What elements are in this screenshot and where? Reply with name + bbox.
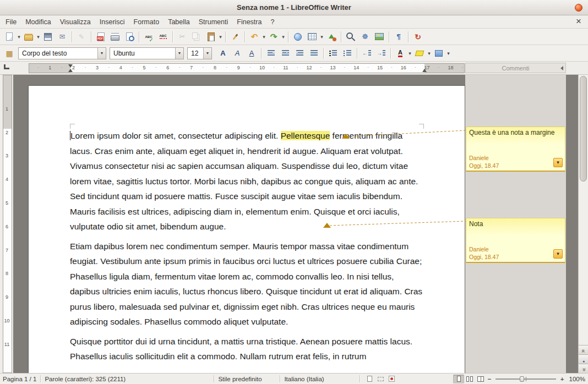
menu-tabella[interactable]: Tabella	[164, 18, 194, 26]
comment-highlight[interactable]: Pellentesque	[281, 131, 330, 140]
align-left-button[interactable]	[264, 47, 277, 60]
show-draw-functions-button[interactable]	[325, 30, 338, 43]
horizontal-ruler[interactable]: 123456789101112131415161718·············…	[29, 63, 465, 73]
ruler-tick: ·	[390, 64, 393, 70]
paragraph-style-dropdown-icon[interactable]	[97, 48, 106, 59]
menu-finestra[interactable]: Finestra	[232, 18, 266, 26]
comment-text[interactable]: Nota	[469, 220, 562, 228]
clone-formatting-button[interactable]	[228, 30, 242, 43]
comment-menu-button[interactable]	[553, 249, 563, 259]
undo-button[interactable]	[248, 30, 261, 43]
next-page-button[interactable]	[579, 364, 588, 373]
redo-dropdown-icon[interactable]	[281, 30, 286, 43]
email-document-button[interactable]	[56, 30, 69, 43]
menu-modifica[interactable]: Modifica	[21, 18, 56, 26]
text-body[interactable]: Lorem ipsum dolor sit amet, consectetur …	[29, 86, 465, 364]
font-color-dropdown-icon[interactable]	[407, 47, 412, 60]
window-control-button[interactable]	[575, 4, 582, 12]
view-multi-page-button[interactable]	[464, 375, 475, 383]
page-indicator[interactable]: Pagina 1 / 1	[3, 376, 36, 382]
print-preview-button[interactable]	[123, 30, 136, 43]
previous-page-button[interactable]	[579, 345, 588, 354]
list-bullet-button[interactable]	[341, 47, 354, 60]
insert-table-button[interactable]	[306, 30, 319, 43]
find-replace-button[interactable]	[344, 30, 357, 43]
paste-dropdown-icon[interactable]	[218, 30, 223, 43]
page[interactable]: Lorem ipsum dolor sit amet, consectetur …	[29, 86, 465, 373]
indent-decrease-button[interactable]	[360, 47, 373, 60]
comment-text[interactable]: Questa è una nota a margine	[469, 129, 562, 137]
styles-and-formatting-button[interactable]	[3, 47, 16, 60]
paste-button[interactable]	[204, 30, 217, 43]
align-center-button[interactable]	[279, 47, 292, 60]
gallery-button[interactable]	[373, 30, 386, 43]
menu-visualizza[interactable]: Visualizza	[56, 18, 95, 26]
align-justify-button[interactable]	[307, 47, 320, 60]
nonprinting-characters-button[interactable]	[392, 30, 405, 43]
close-window-icon[interactable]	[574, 17, 584, 26]
font-name-combobox[interactable]: Ubuntu	[110, 47, 184, 59]
comment-note[interactable]: Questa è una nota a margine Daniele Oggi…	[466, 127, 565, 172]
zoom-out-icon[interactable]	[486, 376, 493, 382]
comments-collapse-icon[interactable]	[558, 66, 563, 70]
bold-button[interactable]	[216, 47, 230, 60]
save-button[interactable]	[41, 30, 55, 43]
insert-mode-indicator[interactable]	[364, 375, 375, 383]
highlighting-color-button[interactable]	[413, 47, 426, 60]
font-size-dropdown-icon[interactable]	[203, 48, 211, 59]
zoom-level[interactable]: 100%	[565, 376, 585, 382]
menu-inserisci[interactable]: Inserisci	[95, 18, 129, 26]
font-name-dropdown-icon[interactable]	[175, 48, 183, 59]
page-style-indicator[interactable]: Stile predefinito	[218, 376, 276, 382]
align-right-button[interactable]	[293, 47, 306, 60]
underline-button[interactable]	[245, 47, 258, 60]
menu-formato[interactable]: Formato	[129, 18, 164, 26]
auto-spellcheck-button[interactable]	[156, 30, 170, 43]
vertical-ruler[interactable]: 1234567891011	[0, 75, 13, 373]
paragraph-background-button[interactable]	[432, 47, 445, 60]
language-indicator[interactable]: Italiano (Italia)	[284, 376, 356, 382]
menu-help[interactable]: ?	[266, 18, 279, 26]
list-number-button[interactable]	[326, 47, 340, 60]
insert-table-dropdown-icon[interactable]	[319, 30, 324, 43]
update-available-button[interactable]	[411, 30, 424, 43]
selection-mode-indicator[interactable]	[375, 375, 386, 383]
spelling-button[interactable]	[142, 30, 155, 43]
comment-menu-button[interactable]	[553, 158, 563, 167]
open-dropdown-icon[interactable]	[36, 30, 41, 43]
menu-file[interactable]: File	[1, 18, 21, 26]
toolbar-separator	[390, 48, 391, 59]
vertical-scrollbar-thumb[interactable]	[580, 76, 587, 182]
zoom-slider-thumb[interactable]	[520, 376, 524, 382]
document-area: Lorem ipsum dolor sit amet, consectetur …	[13, 75, 578, 373]
navigator-button[interactable]	[358, 30, 372, 43]
paragraph-style-combobox[interactable]: Corpo del testo	[18, 47, 106, 59]
hyperlink-button[interactable]	[291, 30, 304, 43]
highlighting-color-dropdown-icon[interactable]	[427, 47, 432, 60]
export-pdf-button[interactable]	[94, 30, 107, 43]
redo-button[interactable]	[267, 30, 280, 43]
print-button[interactable]	[108, 30, 122, 43]
word-count[interactable]: Parole (caratteri): 325 (2211)	[45, 376, 210, 382]
navigate-by-button[interactable]	[579, 354, 588, 364]
toolbar-separator	[323, 48, 324, 59]
view-single-page-button[interactable]	[453, 375, 464, 383]
zoom-slider[interactable]	[496, 378, 556, 380]
vertical-scrollbar[interactable]	[578, 75, 588, 373]
menu-strumenti[interactable]: Strumenti	[194, 18, 233, 26]
paragraph-background-dropdown-icon[interactable]	[446, 47, 451, 60]
new-document-dropdown-icon[interactable]	[17, 30, 21, 43]
open-button[interactable]	[22, 30, 35, 43]
zoom-in-icon[interactable]	[559, 376, 565, 382]
find-replace-icon	[346, 32, 356, 42]
italic-button[interactable]	[231, 47, 244, 60]
undo-dropdown-icon[interactable]	[262, 30, 266, 43]
view-book-button[interactable]	[475, 375, 486, 383]
font-size-combobox[interactable]: 12	[187, 47, 212, 59]
new-document-button[interactable]	[3, 30, 16, 43]
comment-note[interactable]: Nota Daniele Oggi, 18.47	[466, 218, 565, 263]
tab-stop-selector[interactable]	[4, 64, 9, 69]
font-color-button[interactable]	[394, 47, 407, 60]
indent-increase-button[interactable]	[374, 47, 388, 60]
document-modified-indicator[interactable]	[386, 375, 397, 383]
